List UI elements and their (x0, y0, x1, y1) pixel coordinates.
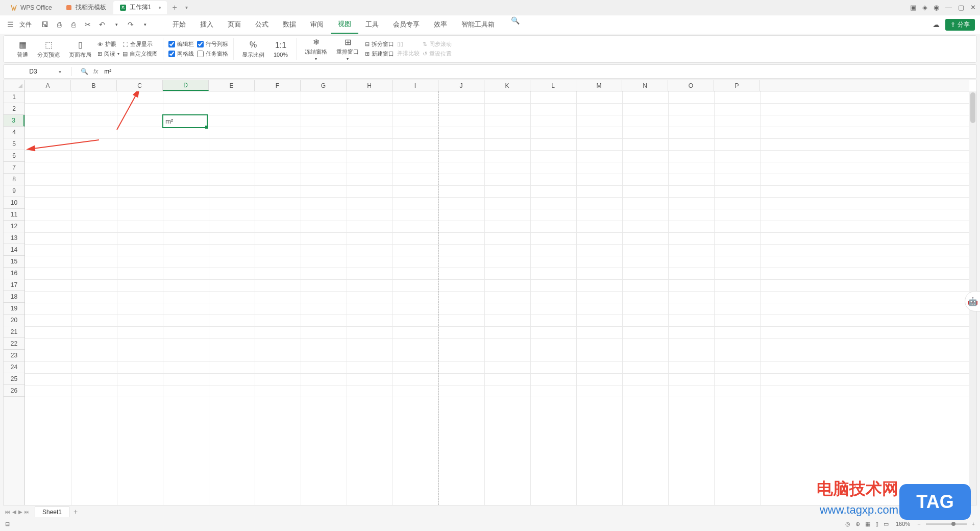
undo-icon[interactable]: ↶ (97, 19, 107, 30)
sheet-nav-next[interactable]: ▶ (18, 509, 22, 515)
row-header-17[interactable]: 17 (4, 279, 24, 291)
panel-icon[interactable]: ▣ (910, 4, 916, 11)
tab-insert[interactable]: 插入 (193, 15, 220, 34)
col-header-P[interactable]: P (714, 80, 760, 91)
col-header-C[interactable]: C (117, 80, 163, 91)
cut-icon[interactable]: ✂ (83, 19, 93, 30)
share-button[interactable]: ⇪分享 (945, 19, 975, 31)
cloud-icon[interactable]: ☁ (931, 19, 941, 30)
zoom-ratio-button[interactable]: %显示比例 (239, 39, 267, 60)
tab-tools[interactable]: 工具 (358, 15, 386, 34)
row-header-23[interactable]: 23 (4, 350, 24, 361)
fx-label[interactable]: fx (93, 68, 98, 75)
col-header-O[interactable]: O (668, 80, 714, 91)
status-eye-icon[interactable]: ◎ (845, 521, 850, 527)
row-header-12[interactable]: 12 (4, 221, 24, 232)
col-header-H[interactable]: H (347, 80, 393, 91)
status-view3-icon[interactable]: ▭ (884, 521, 889, 527)
rearrange-button[interactable]: ⊞重排窗口▾ (333, 36, 362, 62)
check-rowcol-input[interactable] (197, 41, 204, 47)
row-header-10[interactable]: 10 (4, 197, 24, 209)
tab-page[interactable]: 页面 (220, 15, 248, 34)
formula-input[interactable] (102, 68, 972, 75)
sheet-tab-1[interactable]: Sheet1 (35, 506, 69, 517)
tab-start[interactable]: 开始 (165, 15, 193, 34)
row-header-6[interactable]: 6 (4, 150, 24, 162)
check-taskpane-input[interactable] (197, 51, 204, 57)
maximize-button[interactable]: ▢ (958, 4, 964, 11)
row-header-4[interactable]: 4 (4, 127, 24, 138)
app-tab[interactable]: WPS Office (4, 1, 58, 14)
col-header-D[interactable]: D (163, 80, 209, 91)
tab-view[interactable]: 视图 (331, 15, 358, 34)
print-preview-icon[interactable]: ⎙ (54, 19, 64, 30)
row-header-21[interactable]: 21 (4, 326, 24, 338)
print-icon[interactable]: ⎙ (68, 19, 79, 30)
row-header-20[interactable]: 20 (4, 315, 24, 326)
sheet-nav-first[interactable]: ⏮ (5, 509, 10, 515)
col-header-K[interactable]: K (484, 80, 530, 91)
template-tab[interactable]: 找稻壳模板 (59, 1, 112, 14)
fullscreen-button[interactable]: ⛶全屏显示 (122, 40, 158, 48)
freeze-button[interactable]: ❄冻结窗格▾ (302, 36, 330, 62)
name-box[interactable] (8, 66, 59, 77)
row-header-7[interactable]: 7 (4, 162, 24, 174)
custom-view-button[interactable]: ▤自定义视图 (122, 50, 158, 58)
row-header-2[interactable]: 2 (4, 103, 24, 115)
tab-efficiency[interactable]: 效率 (427, 15, 454, 34)
tab-member[interactable]: 会员专享 (386, 15, 427, 34)
zoom-slider[interactable] (926, 523, 967, 525)
scroll-thumb[interactable] (970, 92, 975, 123)
col-header-F[interactable]: F (255, 80, 301, 91)
row-header-22[interactable]: 22 (4, 338, 24, 350)
row-header-5[interactable]: 5 (4, 138, 24, 150)
row-header-13[interactable]: 13 (4, 232, 24, 244)
col-header-E[interactable]: E (209, 80, 255, 91)
status-view1-icon[interactable]: ▦ (865, 521, 870, 527)
cube-icon[interactable]: ◈ (922, 4, 927, 11)
tab-formula[interactable]: 公式 (248, 15, 276, 34)
menu-hamburger-icon[interactable]: ☰ (5, 19, 15, 30)
row-header-8[interactable]: 8 (4, 174, 24, 185)
redo-icon[interactable]: ↷ (126, 19, 136, 30)
col-header-M[interactable]: M (576, 80, 622, 91)
document-tab[interactable]: S 工作簿1 • (113, 1, 167, 14)
check-editbar[interactable]: 编辑栏 (168, 40, 194, 48)
row-header-19[interactable]: 19 (4, 303, 24, 315)
status-view2-icon[interactable]: ▯ (875, 521, 878, 527)
eye-protect-button[interactable]: 👁护眼 (97, 40, 119, 48)
tab-add-button[interactable]: + (168, 3, 181, 12)
select-all-corner[interactable] (4, 80, 25, 91)
check-rowcol[interactable]: 行号列标 (197, 40, 228, 48)
tab-smart-toolbox[interactable]: 智能工具箱 (454, 15, 502, 34)
read-mode-button[interactable]: ⊞阅读▾ (97, 50, 119, 58)
col-header-G[interactable]: G (301, 80, 347, 91)
tab-review[interactable]: 审阅 (303, 15, 331, 34)
row-header-16[interactable]: 16 (4, 268, 24, 279)
cells-area[interactable]: m² (25, 91, 969, 505)
col-header-A[interactable]: A (25, 80, 71, 91)
avatar-icon[interactable]: ◉ (934, 4, 939, 11)
close-button[interactable]: ✕ (970, 4, 976, 11)
status-icon[interactable]: ⊟ (5, 521, 10, 527)
row-header-24[interactable]: 24 (4, 361, 24, 373)
undo-dd-icon[interactable]: ▾ (111, 19, 121, 30)
row-header-1[interactable]: 1 (4, 91, 24, 103)
sheet-nav-last[interactable]: ⏭ (24, 509, 30, 515)
col-header-J[interactable]: J (438, 80, 484, 91)
search-icon[interactable]: 🔍 (510, 15, 520, 26)
tab-data[interactable]: 数据 (276, 15, 303, 34)
col-header-I[interactable]: I (393, 80, 438, 91)
sheet-nav-prev[interactable]: ◀ (12, 509, 16, 515)
zoom-out-button[interactable]: − (917, 521, 920, 527)
row-header-14[interactable]: 14 (4, 244, 24, 256)
row-header-9[interactable]: 9 (4, 185, 24, 197)
check-editbar-input[interactable] (168, 41, 175, 47)
status-target-icon[interactable]: ⊕ (855, 521, 860, 527)
row-header-3[interactable]: 3 (4, 115, 24, 127)
name-box-dropdown[interactable]: ▾ (59, 69, 67, 75)
sheet-add-button[interactable]: + (69, 508, 82, 516)
split-button[interactable]: ⊟拆分窗口 (365, 40, 394, 48)
col-header-L[interactable]: L (530, 80, 576, 91)
col-header-N[interactable]: N (622, 80, 668, 91)
